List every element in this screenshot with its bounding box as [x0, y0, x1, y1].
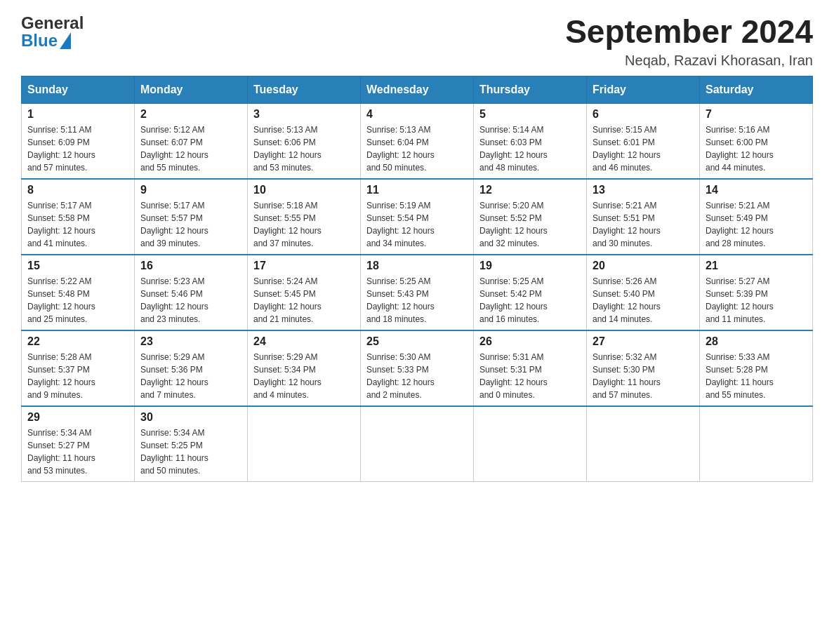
day-info: Sunrise: 5:20 AMSunset: 5:52 PMDaylight:…: [479, 199, 581, 250]
day-number: 2: [140, 108, 241, 121]
title-block: September 2024 Neqab, Razavi Khorasan, I…: [565, 14, 813, 69]
day-info: Sunrise: 5:32 AMSunset: 5:30 PMDaylight:…: [593, 351, 694, 401]
day-number: 10: [253, 184, 355, 196]
calendar-cell: 14Sunrise: 5:21 AMSunset: 5:49 PMDayligh…: [700, 179, 813, 255]
weekday-header-sunday: Sunday: [22, 76, 135, 103]
calendar-title: September 2024: [565, 14, 813, 50]
calendar-cell: [700, 406, 813, 482]
logo-triangle-icon: [60, 32, 71, 49]
calendar-cell: 26Sunrise: 5:31 AMSunset: 5:31 PMDayligh…: [474, 330, 587, 406]
calendar-subtitle: Neqab, Razavi Khorasan, Iran: [565, 53, 813, 69]
day-number: 16: [140, 260, 241, 272]
calendar-cell: 6Sunrise: 5:15 AMSunset: 6:01 PMDaylight…: [587, 103, 700, 179]
calendar-cell: [361, 406, 474, 482]
day-info: Sunrise: 5:25 AMSunset: 5:42 PMDaylight:…: [479, 275, 581, 326]
calendar-cell: 20Sunrise: 5:26 AMSunset: 5:40 PMDayligh…: [587, 255, 700, 330]
calendar-cell: 4Sunrise: 5:13 AMSunset: 6:04 PMDaylight…: [361, 103, 474, 179]
day-info: Sunrise: 5:21 AMSunset: 5:49 PMDaylight:…: [706, 199, 807, 250]
day-info: Sunrise: 5:19 AMSunset: 5:54 PMDaylight:…: [366, 199, 468, 250]
day-info: Sunrise: 5:21 AMSunset: 5:51 PMDaylight:…: [593, 199, 694, 250]
calendar-cell: 5Sunrise: 5:14 AMSunset: 6:03 PMDaylight…: [474, 103, 587, 179]
calendar-week-row: 15Sunrise: 5:22 AMSunset: 5:48 PMDayligh…: [22, 255, 813, 330]
weekday-header-row: SundayMondayTuesdayWednesdayThursdayFrid…: [22, 76, 813, 103]
calendar-cell: 23Sunrise: 5:29 AMSunset: 5:36 PMDayligh…: [135, 330, 248, 406]
day-info: Sunrise: 5:13 AMSunset: 6:04 PMDaylight:…: [366, 123, 468, 174]
calendar-cell: 29Sunrise: 5:34 AMSunset: 5:27 PMDayligh…: [22, 406, 135, 482]
calendar-cell: 8Sunrise: 5:17 AMSunset: 5:58 PMDaylight…: [22, 179, 135, 255]
day-info: Sunrise: 5:26 AMSunset: 5:40 PMDaylight:…: [593, 275, 694, 326]
day-number: 18: [366, 260, 468, 272]
weekday-header-saturday: Saturday: [700, 76, 813, 103]
day-number: 3: [253, 108, 355, 121]
logo-general: General: [21, 14, 84, 32]
day-number: 5: [479, 108, 581, 121]
weekday-header-wednesday: Wednesday: [361, 76, 474, 103]
calendar-cell: 7Sunrise: 5:16 AMSunset: 6:00 PMDaylight…: [700, 103, 813, 179]
day-number: 21: [706, 260, 807, 272]
day-info: Sunrise: 5:18 AMSunset: 5:55 PMDaylight:…: [253, 199, 355, 250]
day-info: Sunrise: 5:17 AMSunset: 5:58 PMDaylight:…: [27, 199, 128, 250]
weekday-header-thursday: Thursday: [474, 76, 587, 103]
day-info: Sunrise: 5:28 AMSunset: 5:37 PMDaylight:…: [27, 351, 128, 401]
day-info: Sunrise: 5:34 AMSunset: 5:25 PMDaylight:…: [140, 427, 241, 477]
day-info: Sunrise: 5:29 AMSunset: 5:34 PMDaylight:…: [253, 351, 355, 401]
day-number: 27: [593, 335, 694, 348]
calendar-cell: 11Sunrise: 5:19 AMSunset: 5:54 PMDayligh…: [361, 179, 474, 255]
logo: General Blue: [21, 14, 84, 49]
weekday-header-tuesday: Tuesday: [248, 76, 361, 103]
calendar-cell: 27Sunrise: 5:32 AMSunset: 5:30 PMDayligh…: [587, 330, 700, 406]
day-number: 4: [366, 108, 468, 121]
day-number: 8: [27, 184, 128, 196]
calendar-cell: 22Sunrise: 5:28 AMSunset: 5:37 PMDayligh…: [22, 330, 135, 406]
calendar-cell: 9Sunrise: 5:17 AMSunset: 5:57 PMDaylight…: [135, 179, 248, 255]
day-number: 17: [253, 260, 355, 272]
day-info: Sunrise: 5:11 AMSunset: 6:09 PMDaylight:…: [27, 123, 128, 174]
logo-blue: Blue: [21, 32, 58, 49]
day-info: Sunrise: 5:12 AMSunset: 6:07 PMDaylight:…: [140, 123, 241, 174]
day-info: Sunrise: 5:27 AMSunset: 5:39 PMDaylight:…: [706, 275, 807, 326]
calendar-cell: 12Sunrise: 5:20 AMSunset: 5:52 PMDayligh…: [474, 179, 587, 255]
day-info: Sunrise: 5:24 AMSunset: 5:45 PMDaylight:…: [253, 275, 355, 326]
day-info: Sunrise: 5:23 AMSunset: 5:46 PMDaylight:…: [140, 275, 241, 326]
day-number: 14: [706, 184, 807, 196]
calendar-cell: 3Sunrise: 5:13 AMSunset: 6:06 PMDaylight…: [248, 103, 361, 179]
day-number: 28: [706, 335, 807, 348]
day-info: Sunrise: 5:25 AMSunset: 5:43 PMDaylight:…: [366, 275, 468, 326]
day-number: 19: [479, 260, 581, 272]
day-info: Sunrise: 5:17 AMSunset: 5:57 PMDaylight:…: [140, 199, 241, 250]
weekday-header-monday: Monday: [135, 76, 248, 103]
day-info: Sunrise: 5:14 AMSunset: 6:03 PMDaylight:…: [479, 123, 581, 174]
day-number: 13: [593, 184, 694, 196]
calendar-cell: 18Sunrise: 5:25 AMSunset: 5:43 PMDayligh…: [361, 255, 474, 330]
calendar-week-row: 29Sunrise: 5:34 AMSunset: 5:27 PMDayligh…: [22, 406, 813, 482]
day-number: 29: [27, 411, 128, 424]
day-info: Sunrise: 5:13 AMSunset: 6:06 PMDaylight:…: [253, 123, 355, 174]
calendar-week-row: 1Sunrise: 5:11 AMSunset: 6:09 PMDaylight…: [22, 103, 813, 179]
calendar-cell: 15Sunrise: 5:22 AMSunset: 5:48 PMDayligh…: [22, 255, 135, 330]
calendar-cell: 19Sunrise: 5:25 AMSunset: 5:42 PMDayligh…: [474, 255, 587, 330]
day-info: Sunrise: 5:16 AMSunset: 6:00 PMDaylight:…: [706, 123, 807, 174]
day-info: Sunrise: 5:34 AMSunset: 5:27 PMDaylight:…: [27, 427, 128, 477]
day-number: 6: [593, 108, 694, 121]
day-info: Sunrise: 5:15 AMSunset: 6:01 PMDaylight:…: [593, 123, 694, 174]
day-number: 7: [706, 108, 807, 121]
calendar-cell: 10Sunrise: 5:18 AMSunset: 5:55 PMDayligh…: [248, 179, 361, 255]
day-number: 1: [27, 108, 128, 121]
calendar-cell: 1Sunrise: 5:11 AMSunset: 6:09 PMDaylight…: [22, 103, 135, 179]
day-number: 24: [253, 335, 355, 348]
calendar-cell: 16Sunrise: 5:23 AMSunset: 5:46 PMDayligh…: [135, 255, 248, 330]
day-number: 30: [140, 411, 241, 424]
calendar-cell: 17Sunrise: 5:24 AMSunset: 5:45 PMDayligh…: [248, 255, 361, 330]
day-number: 26: [479, 335, 581, 348]
calendar-cell: 2Sunrise: 5:12 AMSunset: 6:07 PMDaylight…: [135, 103, 248, 179]
day-number: 25: [366, 335, 468, 348]
calendar-cell: [474, 406, 587, 482]
day-number: 20: [593, 260, 694, 272]
calendar-week-row: 22Sunrise: 5:28 AMSunset: 5:37 PMDayligh…: [22, 330, 813, 406]
day-info: Sunrise: 5:33 AMSunset: 5:28 PMDaylight:…: [706, 351, 807, 401]
day-number: 23: [140, 335, 241, 348]
calendar-cell: 25Sunrise: 5:30 AMSunset: 5:33 PMDayligh…: [361, 330, 474, 406]
day-number: 11: [366, 184, 468, 196]
day-info: Sunrise: 5:22 AMSunset: 5:48 PMDaylight:…: [27, 275, 128, 326]
calendar-cell: 21Sunrise: 5:27 AMSunset: 5:39 PMDayligh…: [700, 255, 813, 330]
